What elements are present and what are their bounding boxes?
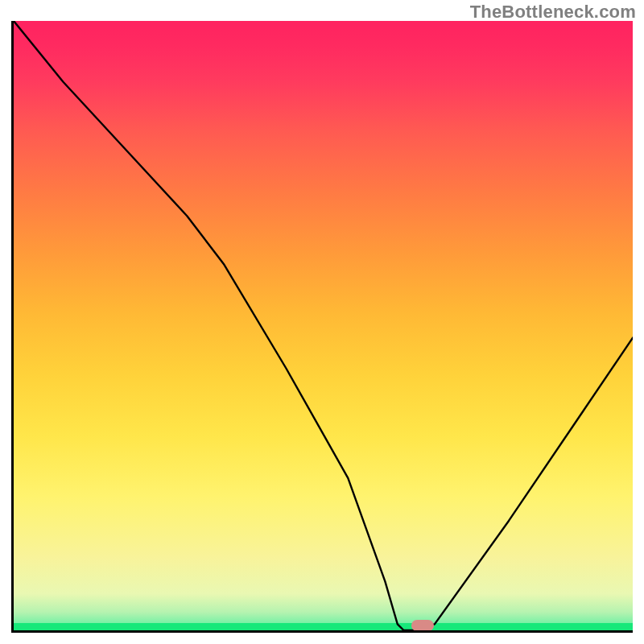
chart-curve xyxy=(14,21,633,630)
marker-pill xyxy=(411,620,434,631)
watermark-text: TheBottleneck.com xyxy=(470,2,636,23)
plot-area xyxy=(11,21,633,633)
chart-stage: TheBottleneck.com xyxy=(0,0,644,644)
